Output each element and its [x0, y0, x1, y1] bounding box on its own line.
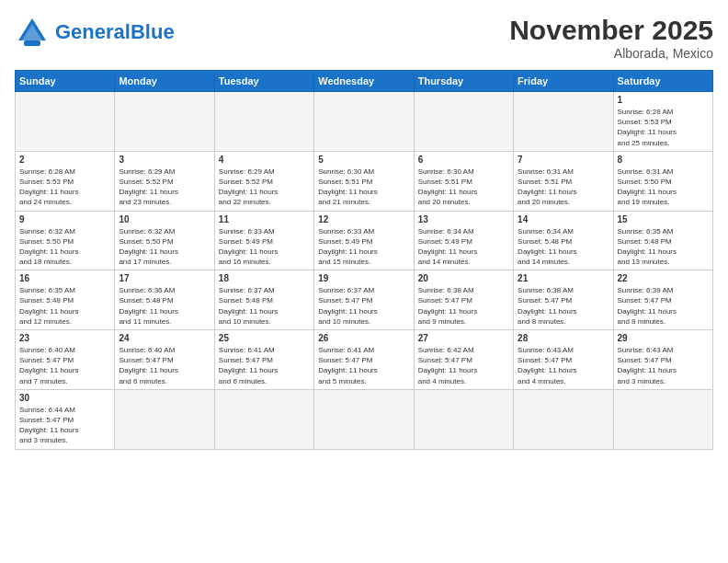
month-title: November 2025: [509, 15, 713, 46]
day-info: Sunrise: 6:43 AM Sunset: 5:47 PM Dayligh…: [618, 345, 709, 386]
day-info: Sunrise: 6:34 AM Sunset: 5:48 PM Dayligh…: [518, 226, 609, 268]
day-info: Sunrise: 6:38 AM Sunset: 5:47 PM Dayligh…: [518, 285, 609, 327]
day-number: 14: [518, 214, 609, 224]
day-info: Sunrise: 6:34 AM Sunset: 5:49 PM Dayligh…: [418, 226, 509, 268]
calendar-cell: [214, 389, 313, 449]
day-number: 30: [19, 393, 110, 403]
day-number: 9: [19, 214, 110, 224]
calendar-header-row: SundayMondayTuesdayWednesdayThursdayFrid…: [16, 71, 713, 92]
day-number: 24: [119, 333, 210, 343]
day-info: Sunrise: 6:37 AM Sunset: 5:47 PM Dayligh…: [318, 285, 409, 327]
day-number: 6: [418, 155, 509, 165]
day-info: Sunrise: 6:30 AM Sunset: 5:51 PM Dayligh…: [318, 167, 409, 208]
day-header-friday: Friday: [514, 71, 613, 92]
calendar-week-row: 30Sunrise: 6:44 AM Sunset: 5:47 PM Dayli…: [16, 389, 713, 449]
calendar-cell: 17Sunrise: 6:36 AM Sunset: 5:48 PM Dayli…: [115, 270, 214, 330]
calendar-cell: 27Sunrise: 6:42 AM Sunset: 5:47 PM Dayli…: [414, 330, 513, 390]
calendar-cell: 25Sunrise: 6:41 AM Sunset: 5:47 PM Dayli…: [214, 330, 313, 390]
day-header-tuesday: Tuesday: [214, 71, 313, 92]
day-number: 28: [518, 333, 609, 343]
calendar-cell: 16Sunrise: 6:35 AM Sunset: 5:48 PM Dayli…: [16, 270, 115, 330]
day-number: 2: [19, 155, 110, 165]
day-info: Sunrise: 6:35 AM Sunset: 5:48 PM Dayligh…: [618, 226, 709, 268]
calendar-cell: 11Sunrise: 6:33 AM Sunset: 5:49 PM Dayli…: [214, 211, 313, 270]
calendar-cell: 29Sunrise: 6:43 AM Sunset: 5:47 PM Dayli…: [613, 330, 712, 390]
day-number: 22: [618, 273, 709, 283]
calendar-table: SundayMondayTuesdayWednesdayThursdayFrid…: [15, 70, 713, 450]
calendar-week-row: 9Sunrise: 6:32 AM Sunset: 5:50 PM Daylig…: [16, 211, 713, 270]
svg-rect-2: [24, 40, 40, 46]
calendar-cell: [414, 92, 513, 152]
calendar-cell: 2Sunrise: 6:28 AM Sunset: 5:53 PM Daylig…: [16, 151, 115, 211]
calendar-cell: 24Sunrise: 6:40 AM Sunset: 5:47 PM Dayli…: [115, 330, 214, 390]
calendar-week-row: 2Sunrise: 6:28 AM Sunset: 5:53 PM Daylig…: [16, 151, 713, 211]
day-info: Sunrise: 6:29 AM Sunset: 5:52 PM Dayligh…: [219, 167, 310, 208]
calendar-cell: [613, 389, 712, 449]
day-info: Sunrise: 6:31 AM Sunset: 5:51 PM Dayligh…: [518, 167, 609, 208]
day-info: Sunrise: 6:31 AM Sunset: 5:50 PM Dayligh…: [618, 167, 709, 208]
day-number: 18: [219, 273, 310, 283]
day-info: Sunrise: 6:41 AM Sunset: 5:47 PM Dayligh…: [219, 345, 310, 386]
day-info: Sunrise: 6:32 AM Sunset: 5:50 PM Dayligh…: [19, 226, 110, 268]
day-number: 19: [318, 273, 409, 283]
logo-icon: [15, 15, 50, 50]
calendar-cell: 22Sunrise: 6:39 AM Sunset: 5:47 PM Dayli…: [613, 270, 712, 330]
calendar-cell: [314, 389, 414, 449]
day-info: Sunrise: 6:40 AM Sunset: 5:47 PM Dayligh…: [19, 345, 110, 386]
calendar-week-row: 16Sunrise: 6:35 AM Sunset: 5:48 PM Dayli…: [16, 270, 713, 330]
day-header-thursday: Thursday: [414, 71, 513, 92]
calendar-cell: 8Sunrise: 6:31 AM Sunset: 5:50 PM Daylig…: [613, 151, 712, 211]
day-header-sunday: Sunday: [16, 71, 115, 92]
calendar-week-row: 23Sunrise: 6:40 AM Sunset: 5:47 PM Dayli…: [16, 330, 713, 390]
day-number: 12: [318, 214, 409, 224]
calendar-cell: 13Sunrise: 6:34 AM Sunset: 5:49 PM Dayli…: [414, 211, 513, 270]
calendar-cell: 20Sunrise: 6:38 AM Sunset: 5:47 PM Dayli…: [414, 270, 513, 330]
calendar-cell: 19Sunrise: 6:37 AM Sunset: 5:47 PM Dayli…: [314, 270, 414, 330]
day-info: Sunrise: 6:28 AM Sunset: 5:53 PM Dayligh…: [618, 107, 709, 148]
calendar-cell: [414, 389, 513, 449]
day-number: 17: [119, 273, 210, 283]
title-block: November 2025 Alborada, Mexico: [509, 15, 713, 61]
calendar-cell: 23Sunrise: 6:40 AM Sunset: 5:47 PM Dayli…: [16, 330, 115, 390]
day-number: 13: [418, 214, 509, 224]
calendar-cell: 12Sunrise: 6:33 AM Sunset: 5:49 PM Dayli…: [314, 211, 414, 270]
day-number: 23: [19, 333, 110, 343]
day-number: 29: [618, 333, 709, 343]
day-number: 27: [418, 333, 509, 343]
logo-blue: Blue: [131, 20, 175, 43]
calendar-cell: [314, 92, 414, 152]
logo-general: General: [55, 20, 131, 43]
logo: GeneralBlue: [15, 15, 175, 50]
day-header-saturday: Saturday: [613, 71, 712, 92]
day-number: 1: [618, 95, 709, 105]
day-info: Sunrise: 6:40 AM Sunset: 5:47 PM Dayligh…: [119, 345, 210, 386]
calendar-cell: 21Sunrise: 6:38 AM Sunset: 5:47 PM Dayli…: [514, 270, 613, 330]
day-info: Sunrise: 6:38 AM Sunset: 5:47 PM Dayligh…: [418, 285, 509, 327]
day-info: Sunrise: 6:30 AM Sunset: 5:51 PM Dayligh…: [418, 167, 509, 208]
calendar-cell: 7Sunrise: 6:31 AM Sunset: 5:51 PM Daylig…: [514, 151, 613, 211]
page-header: GeneralBlue November 2025 Alborada, Mexi…: [15, 15, 713, 61]
calendar-cell: 28Sunrise: 6:43 AM Sunset: 5:47 PM Dayli…: [514, 330, 613, 390]
day-number: 8: [618, 155, 709, 165]
location-subtitle: Alborada, Mexico: [509, 46, 713, 61]
day-info: Sunrise: 6:33 AM Sunset: 5:49 PM Dayligh…: [219, 226, 310, 268]
calendar-cell: 15Sunrise: 6:35 AM Sunset: 5:48 PM Dayli…: [613, 211, 712, 270]
calendar-cell: 30Sunrise: 6:44 AM Sunset: 5:47 PM Dayli…: [16, 389, 115, 449]
day-number: 3: [119, 155, 210, 165]
calendar-cell: [514, 92, 613, 152]
day-header-wednesday: Wednesday: [314, 71, 414, 92]
day-info: Sunrise: 6:42 AM Sunset: 5:47 PM Dayligh…: [418, 345, 509, 386]
day-info: Sunrise: 6:43 AM Sunset: 5:47 PM Dayligh…: [518, 345, 609, 386]
day-number: 16: [19, 273, 110, 283]
day-number: 26: [318, 333, 409, 343]
calendar-cell: 5Sunrise: 6:30 AM Sunset: 5:51 PM Daylig…: [314, 151, 414, 211]
calendar-cell: 26Sunrise: 6:41 AM Sunset: 5:47 PM Dayli…: [314, 330, 414, 390]
calendar-cell: 4Sunrise: 6:29 AM Sunset: 5:52 PM Daylig…: [214, 151, 313, 211]
day-info: Sunrise: 6:29 AM Sunset: 5:52 PM Dayligh…: [119, 167, 210, 208]
calendar-week-row: 1Sunrise: 6:28 AM Sunset: 5:53 PM Daylig…: [16, 92, 713, 152]
day-info: Sunrise: 6:37 AM Sunset: 5:48 PM Dayligh…: [219, 285, 310, 327]
day-info: Sunrise: 6:39 AM Sunset: 5:47 PM Dayligh…: [618, 285, 709, 327]
calendar-cell: 1Sunrise: 6:28 AM Sunset: 5:53 PM Daylig…: [613, 92, 712, 152]
day-header-monday: Monday: [115, 71, 214, 92]
logo-text: GeneralBlue: [55, 22, 175, 42]
